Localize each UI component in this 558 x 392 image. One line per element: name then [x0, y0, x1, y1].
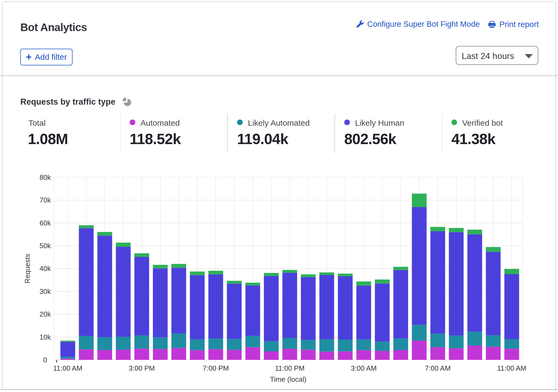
svg-text:3:00 AM: 3:00 AM [351, 364, 376, 372]
svg-text:60k: 60k [40, 219, 51, 227]
svg-text:70k: 70k [40, 196, 51, 204]
svg-text:7:00 PM: 7:00 PM [203, 364, 229, 372]
svg-text:30k: 30k [40, 287, 51, 295]
svg-text:20k: 20k [40, 310, 51, 318]
svg-text:Requests: Requests [23, 254, 31, 284]
svg-text:11:00 PM: 11:00 PM [275, 364, 304, 372]
svg-text:50k: 50k [40, 242, 51, 250]
svg-text:10k: 10k [40, 333, 51, 341]
svg-text:0: 0 [43, 356, 47, 364]
svg-text:40k: 40k [40, 264, 51, 273]
svg-text:3:00 PM: 3:00 PM [129, 364, 155, 372]
svg-text:11:00 AM: 11:00 AM [53, 364, 82, 372]
svg-text:80k: 80k [40, 173, 51, 181]
svg-text:7:00 AM: 7:00 AM [425, 364, 451, 372]
svg-text:Time (local): Time (local) [270, 375, 307, 383]
svg-text:11:00 AM: 11:00 AM [497, 364, 526, 372]
